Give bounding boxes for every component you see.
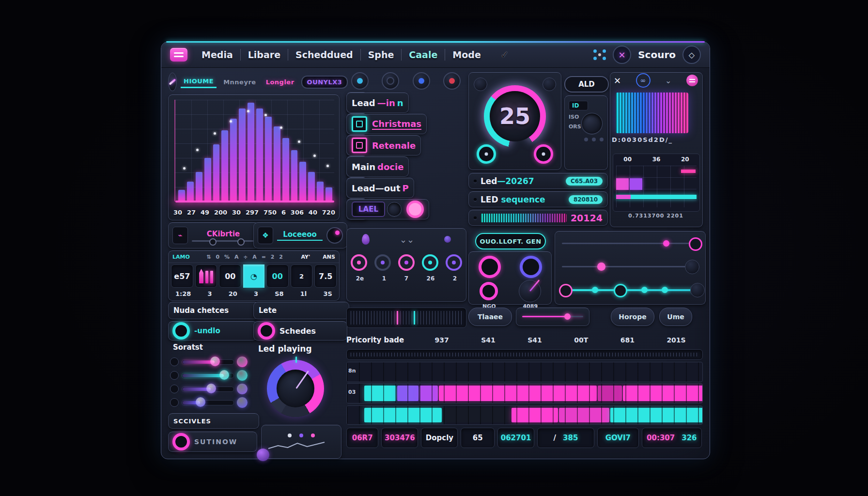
slider-side-button[interactable]	[237, 384, 248, 394]
menu-item-media[interactable]: Media	[194, 49, 240, 60]
tlaaee-button[interactable]: Tlaaee	[468, 308, 512, 326]
led-20267-row[interactable]: Led—20267 C65.A03	[468, 173, 608, 189]
grid-dots-icon[interactable]	[593, 48, 606, 61]
cell-00-a[interactable]: 00	[219, 264, 241, 288]
shield-icon[interactable]: ◇	[682, 46, 701, 64]
slider-row-3[interactable]	[562, 281, 698, 298]
sequencer-row-2[interactable]	[346, 405, 703, 425]
soratst-slider-row[interactable]	[170, 369, 248, 382]
spiral-icon[interactable]	[413, 72, 430, 90]
c-ring-icon[interactable]	[443, 72, 461, 90]
circle-icon[interactable]	[382, 72, 399, 90]
led-playing-knob[interactable]	[267, 360, 324, 417]
sutinow-button[interactable]: SUTINOW	[168, 432, 257, 452]
slider1-end-ring[interactable]	[689, 237, 702, 251]
lael-row[interactable]: LAEL	[346, 199, 465, 219]
cyan-target-icon[interactable]	[422, 254, 438, 271]
ald-button[interactable]: ALD	[564, 76, 609, 93]
sequence-segment[interactable]	[439, 386, 597, 401]
sutinow-radio-icon[interactable]	[172, 433, 190, 450]
slider3-end-knob[interactable]	[690, 283, 705, 297]
slider-knob[interactable]	[219, 370, 229, 380]
pink-ring-button[interactable]	[534, 144, 553, 164]
close-icon[interactable]: ✕	[614, 76, 621, 86]
loceeoo-field[interactable]: ❖ Loceeoo	[253, 222, 347, 248]
sequence-segment[interactable]	[364, 386, 396, 401]
menu-item-sphe[interactable]: Sphe	[361, 49, 402, 60]
ume-button[interactable]: Ume	[659, 308, 692, 326]
cell-75[interactable]: 7.5	[314, 264, 337, 288]
magenta-target-icon[interactable]	[398, 254, 415, 271]
cell-00-b[interactable]: 00	[266, 264, 289, 288]
schedes-option[interactable]: Schedes	[253, 321, 347, 341]
lael-pink-ring[interactable]	[406, 201, 424, 218]
quo-lloft-gen-button[interactable]: OUO.LLOFT. GEN	[475, 233, 546, 249]
slider2-knob[interactable]	[597, 263, 605, 271]
slider-knob[interactable]	[196, 397, 205, 407]
mini-pad[interactable]	[261, 425, 341, 459]
led-sequence-row[interactable]: LED sequence 820810	[468, 191, 608, 207]
menu-item-libare[interactable]: Libare	[241, 49, 288, 60]
record-knob[interactable]	[326, 227, 343, 244]
slider3-big-ring[interactable]	[614, 284, 627, 297]
chat-icon[interactable]	[351, 72, 369, 90]
sequence-segment[interactable]	[610, 408, 703, 422]
slider3-dot-c[interactable]	[662, 287, 668, 293]
cell-2[interactable]: 2	[291, 264, 313, 288]
cell-level-bars[interactable]	[195, 264, 217, 288]
sequence-segment[interactable]	[623, 386, 703, 401]
status-cell[interactable]: 00:307326	[642, 428, 702, 448]
slider-track[interactable]	[182, 373, 234, 378]
menu-item-scheddued[interactable]: Scheddued	[288, 49, 360, 60]
progress-gauge[interactable]: 25	[484, 85, 546, 147]
lead-out-row[interactable]: Lead—out P	[346, 178, 465, 198]
tab-hioume[interactable]: HIOUME	[181, 76, 217, 88]
sequence-segment[interactable]	[397, 386, 418, 401]
wrench-icon[interactable]	[168, 73, 177, 91]
close-circle-icon[interactable]: ✕	[613, 46, 631, 64]
pill-slider-knob[interactable]	[564, 313, 571, 320]
menu-item-caale[interactable]: Caale	[402, 49, 445, 60]
chevrons-icon[interactable]: ⌄⌄	[400, 234, 414, 245]
undlo-option[interactable]: -undlo	[168, 321, 257, 341]
cell-e57[interactable]: e57	[171, 264, 193, 288]
sequencer-row-empty[interactable]	[346, 362, 703, 382]
slider3-dot-a[interactable]	[592, 287, 598, 293]
main-docie-row[interactable]: Main docie	[346, 156, 465, 177]
slider-side-button[interactable]	[237, 397, 248, 408]
slider-row-1[interactable]	[562, 234, 698, 252]
soratst-slider-row[interactable]	[170, 382, 248, 396]
middle-ruler[interactable]	[346, 308, 466, 328]
led2-badge[interactable]: 820810	[569, 195, 603, 204]
soratst-slider-row[interactable]	[170, 355, 248, 369]
drop-icon[interactable]	[362, 234, 370, 245]
led1-badge[interactable]: C65.A03	[566, 177, 603, 186]
retenale-row[interactable]: Retenale	[346, 135, 465, 155]
purple-dot-icon[interactable]	[444, 236, 451, 243]
christmas-row[interactable]: Christmas	[346, 114, 465, 134]
menu-item-mode[interactable]: Mode	[445, 49, 488, 60]
ckibrtie-slider[interactable]	[192, 240, 255, 242]
purple-knob[interactable]	[520, 256, 542, 278]
small-pink-knob[interactable]	[480, 282, 498, 300]
lead-in-row[interactable]: Lead —in n	[346, 93, 465, 113]
pink-knob[interactable]	[479, 256, 501, 278]
tab-longler[interactable]: Longler	[263, 77, 297, 88]
slider3-dot-b[interactable]	[641, 287, 648, 293]
slider-row-2[interactable]	[562, 258, 698, 275]
lael-knob[interactable]	[387, 202, 402, 217]
slider2-end-knob[interactable]	[685, 260, 699, 274]
sequence-segment[interactable]	[559, 408, 609, 422]
pill-slider[interactable]	[516, 308, 589, 326]
pink-menu-icon[interactable]	[686, 75, 698, 86]
dark-target-icon[interactable]	[374, 254, 391, 271]
undlo-radio-icon[interactable]	[172, 322, 190, 340]
schedes-radio-icon[interactable]	[258, 322, 275, 340]
tab-ounylx3[interactable]: OUNYLX3	[301, 76, 348, 89]
id-chip[interactable]: ID	[569, 101, 588, 110]
slider-side-button[interactable]	[237, 356, 248, 367]
slider-track[interactable]	[182, 400, 234, 405]
pink-target-icon[interactable]	[351, 254, 367, 271]
status-cell[interactable]: 06R7	[346, 428, 378, 448]
slider-knob[interactable]	[206, 384, 216, 393]
